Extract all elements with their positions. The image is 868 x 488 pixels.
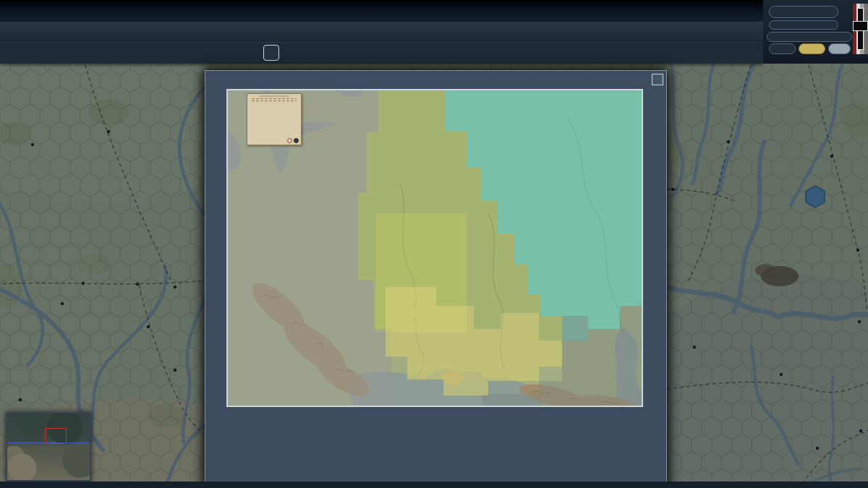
- bottom-bar[interactable]: [0, 481, 868, 488]
- counter-button[interactable]: [769, 43, 796, 54]
- date-turn-display: [769, 6, 838, 18]
- minimap-viewport[interactable]: [45, 428, 67, 444]
- legend-red-seal: [287, 138, 292, 143]
- minimap-terrain: [7, 414, 90, 480]
- top-menu-bar: [0, 0, 868, 22]
- vehicle-pool-display: [767, 32, 852, 42]
- map-key-legend: [247, 93, 302, 145]
- end-turn-button[interactable]: [263, 45, 279, 61]
- yellow-indicator-button[interactable]: [799, 43, 825, 54]
- weather-map: [226, 89, 643, 407]
- close-icon[interactable]: [652, 74, 663, 85]
- mode-toolbar: [0, 42, 763, 64]
- minimap[interactable]: [6, 412, 91, 481]
- german-cross-emblem: [853, 4, 868, 54]
- empty-display: [769, 20, 838, 30]
- bracket-counter-button[interactable]: [828, 43, 851, 54]
- game-screen: [0, 0, 868, 488]
- weather-zones-dialog: [205, 70, 667, 488]
- legend-dark-seal: [294, 138, 299, 143]
- main-toolbar: [0, 22, 763, 42]
